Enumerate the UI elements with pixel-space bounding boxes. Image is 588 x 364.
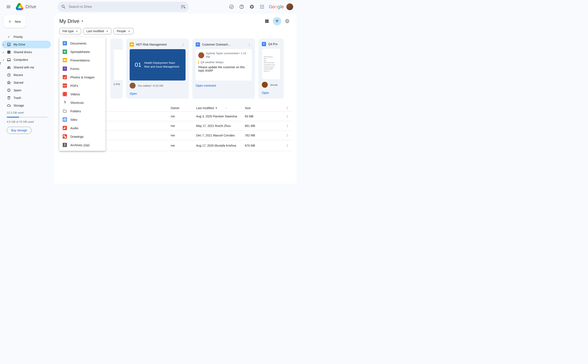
grid-icon [265, 19, 269, 23]
nav-recent[interactable]: Recent [2, 71, 51, 79]
type-menu-item[interactable]: Archives (zip) [59, 141, 105, 149]
spam-icon [7, 88, 11, 92]
type-menu-item[interactable]: Forms [59, 65, 105, 73]
nav-trash[interactable]: Trash [2, 94, 51, 102]
people-icon [7, 65, 11, 69]
search-bar[interactable] [58, 2, 189, 12]
type-menu-label: Videos [70, 92, 80, 96]
card-more-button[interactable]: ⋮ [247, 42, 252, 47]
trash-icon [7, 96, 11, 100]
header-left: Drive [3, 2, 56, 12]
type-menu-item[interactable]: Presentations [59, 56, 105, 65]
type-menu-item[interactable]: PDFPDFs [59, 81, 105, 90]
type-menu-item[interactable]: Videos [59, 90, 105, 98]
docs-icon [262, 42, 266, 46]
file-modified: Aug 3, 2020 Parveen Swamina [196, 115, 245, 118]
type-menu-item[interactable]: Folders [59, 107, 105, 115]
filter-chip-type[interactable]: File type▼ [59, 28, 81, 34]
arrow-down-icon[interactable]: ↓ [225, 107, 226, 110]
card-more-button[interactable]: ⋮ [181, 42, 186, 47]
type-menu-label: Forms [70, 67, 79, 71]
buy-storage-button[interactable]: Buy storage [7, 127, 32, 134]
svg-rect-32 [65, 136, 66, 138]
suggested-card[interactable]: Customer Outreach… ⋮ Sydney Taylor comme… [192, 39, 255, 99]
offline-ready-button[interactable] [227, 3, 236, 11]
nav-shared-drives[interactable]: ▸Shared drives [2, 48, 51, 56]
caret-down-icon: ▼ [106, 30, 108, 32]
nav-computers[interactable]: ▸Computers [2, 56, 51, 64]
card-meta: You edited • 9:23 AM [130, 83, 186, 89]
nav-spam[interactable]: Spam [2, 86, 51, 94]
nav-label: Recent [13, 73, 23, 77]
card-preview: 01 Health Deployment Team Risk and Issue… [130, 49, 186, 80]
file-type-icon [63, 100, 67, 105]
nav-starred[interactable]: Starred [2, 79, 51, 86]
type-menu-item[interactable]: Sites [59, 115, 105, 124]
file-type-icon [63, 75, 67, 79]
file-type-icon [63, 134, 67, 139]
nav-storage[interactable]: Storage [2, 102, 51, 109]
col-modified[interactable]: Last modified ▼ ↓ [196, 106, 245, 110]
expand-icon[interactable]: ▸ [3, 43, 4, 46]
file-modified: Aug 17, 2020 Mustafa Krishna [196, 144, 245, 147]
file-more-button[interactable]: ⋮ [283, 134, 291, 137]
expand-icon[interactable]: ▸ [3, 51, 4, 53]
grid-view-button[interactable] [263, 17, 271, 26]
chip-label: People [117, 29, 126, 33]
comment-quote: Q4 weather delays [198, 61, 249, 64]
search-options-icon[interactable] [181, 4, 186, 9]
type-menu-label: Spreadsheets [70, 50, 90, 54]
suggested-card[interactable]: HDT Risk Management ⋮ 01 Health Deployme… [126, 39, 189, 99]
suggested-card-hidden[interactable]: 0 PM [110, 39, 123, 99]
nav-shared-with-me[interactable]: Shared with me [2, 64, 51, 71]
svg-rect-26 [63, 118, 66, 119]
apps-button[interactable] [258, 3, 266, 11]
details-button[interactable] [283, 17, 291, 26]
breadcrumb[interactable]: My Drive ▼ [59, 18, 84, 24]
svg-point-4 [262, 5, 262, 6]
support-button[interactable] [238, 3, 246, 11]
new-button[interactable]: New [3, 15, 26, 28]
filter-button[interactable] [273, 17, 281, 26]
svg-rect-27 [63, 119, 65, 121]
filter-chip-people[interactable]: People▼ [114, 28, 133, 34]
account-avatar[interactable] [286, 3, 293, 10]
file-modified: May 17, 2021 Ruichi Zhou [196, 124, 245, 128]
type-menu-item[interactable]: Photos & Images [59, 73, 105, 81]
search-input[interactable] [69, 5, 178, 9]
slides-icon [130, 42, 134, 47]
expand-icon[interactable]: ▸ [3, 59, 4, 61]
card-open-button[interactable]: Open [262, 91, 280, 95]
col-owner[interactable]: Owner [171, 106, 196, 110]
nav-label: My Drive [13, 43, 25, 46]
card-open-comment-button[interactable]: Open comment [196, 84, 252, 87]
type-menu-item[interactable]: Audio [59, 124, 105, 132]
file-owner: me [171, 124, 196, 128]
type-menu-item[interactable]: Shortcuts [59, 98, 105, 107]
file-size: 762 MB [245, 134, 283, 137]
type-menu-item[interactable]: Spreadsheets [59, 47, 105, 56]
type-menu-item[interactable]: Drawings [59, 132, 105, 141]
file-size: 670 MB [245, 144, 283, 147]
avatar-icon [262, 82, 268, 88]
computer-icon [7, 58, 11, 62]
file-more-button[interactable]: ⋮ [283, 124, 291, 128]
nav-priority[interactable]: ✓Priority [2, 33, 51, 41]
filter-chip-modified[interactable]: Last modified▼ [83, 28, 111, 34]
col-size[interactable]: Size [245, 106, 283, 110]
file-more-button[interactable]: ⋮ [283, 144, 291, 147]
nav-my-drive[interactable]: ▸My Drive [2, 41, 51, 48]
nav-label: Shared drives [13, 50, 32, 54]
suggested-card[interactable]: Q4 Pro Proposal date &TitleAreaName of P… [258, 39, 284, 99]
col-actions[interactable]: ⋮ [283, 106, 291, 110]
file-more-button[interactable]: ⋮ [283, 115, 291, 118]
settings-button[interactable] [248, 3, 256, 11]
type-menu-item[interactable]: Documents [59, 39, 105, 47]
main-menu-button[interactable] [3, 2, 13, 12]
svg-point-11 [263, 8, 264, 9]
drive-icon [7, 43, 11, 46]
check-circle-icon [229, 4, 234, 9]
file-type-icon [63, 92, 67, 96]
card-open-button[interactable]: Open [130, 92, 186, 95]
type-menu-label: Drawings [70, 135, 84, 138]
